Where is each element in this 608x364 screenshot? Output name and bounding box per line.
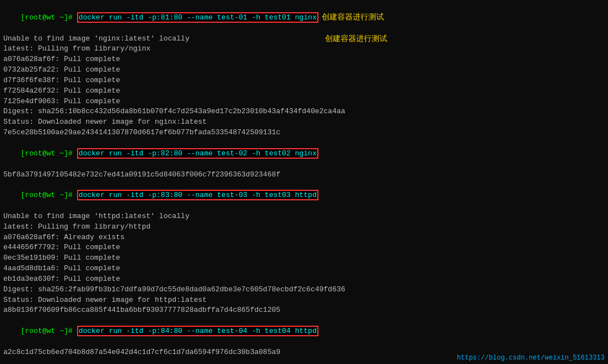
- line-3: latest: Pulling from library/nginx: [3, 44, 605, 54]
- line-4: a076a628af6f: Pull complete: [3, 54, 605, 65]
- prompt-1: [root@wt ~]#: [21, 13, 77, 22]
- line-14: [root@wt ~]# docker run -itd -p:83:80 --…: [3, 180, 605, 211]
- cmd-25: docker run -itd -p:84:80 --name test-04 …: [77, 326, 318, 336]
- prompt-14: [root@wt ~]#: [21, 191, 77, 199]
- line-15: Unable to find image 'httpd:latest' loca…: [3, 211, 605, 222]
- line-24: a8b0136f70609fb86cca885f441ba6bbf9303777…: [3, 305, 605, 316]
- line-10: Status: Downloaded newer image for nginx…: [3, 117, 605, 128]
- prompt-12: [root@wt ~]#: [21, 149, 77, 158]
- line-6: d7f36f6fe38f: Pull complete: [3, 75, 605, 86]
- terminal: [root@wt ~]# docker run -itd -p:81:80 --…: [0, 0, 608, 364]
- line-2: Unable to find image 'nginx:latest' loca…: [3, 34, 605, 44]
- line-12: [root@wt ~]# docker run -itd -p:82:80 --…: [3, 138, 605, 170]
- line-7: f72584a26f32: Pull complete: [3, 86, 605, 97]
- line-8: 7125e4df9063: Pull complete: [3, 97, 605, 107]
- line-13: 5bf8a3791497105482e732c7ed41a09191c5d840…: [3, 170, 605, 180]
- line-20: 4aad5d8db1a6: Pull complete: [3, 264, 605, 274]
- annotation-text: 创建容器进行测试: [325, 34, 387, 44]
- line-18: e444656f7792: Pull complete: [3, 242, 605, 253]
- cmd-12: docker run -itd -p:82:80 --name test-02 …: [77, 148, 318, 159]
- line-2-wrapper: Unable to find image 'nginx:latest' loca…: [3, 34, 605, 44]
- annotation-label: 创建容器进行测试: [322, 12, 384, 22]
- line-23: Status: Downloaded newer image for httpd…: [3, 295, 605, 306]
- line-22: Digest: sha256:2fab99fb3b1c7ddfa99d7dc55…: [3, 285, 605, 295]
- line-19: 0ec35e191b09: Pull complete: [3, 253, 605, 264]
- cmd-1: docker run -itd -p:81:80 --name test-01 …: [77, 12, 318, 23]
- line-21: eb1da3ea630f: Pull complete: [3, 274, 605, 285]
- cmd-14: docker run -itd -p:83:80 --name test-03 …: [77, 190, 318, 200]
- line-1: [root@wt ~]# docker run -itd -p:81:80 --…: [3, 2, 605, 34]
- line-5: 0732ab25fa22: Pull complete: [3, 65, 605, 75]
- line-11: 7e5ce28b5100ae29ae2434141307870d6617ef6b…: [3, 128, 605, 138]
- line-9: Digest: sha256:10b8cc432d56da8b61b070f4c…: [3, 107, 605, 117]
- prompt-25: [root@wt ~]#: [21, 327, 77, 335]
- watermark: https://blog.csdn.net/weixin_51613313: [457, 354, 605, 362]
- line-17: a076a628af6f: Already exists: [3, 232, 605, 243]
- line-16: latest: Pulling from library/httpd: [3, 222, 605, 232]
- line-25: [root@wt ~]# docker run -itd -p:84:80 --…: [3, 316, 605, 347]
